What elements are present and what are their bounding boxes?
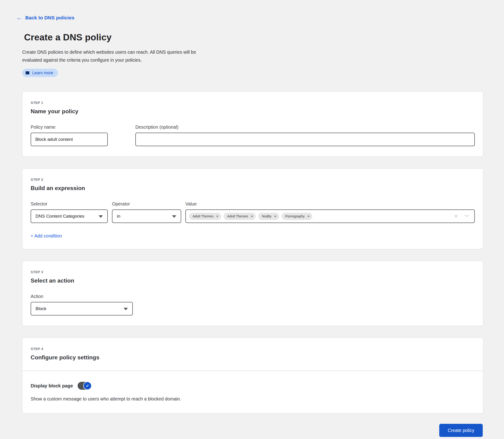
step1-title: Name your policy — [31, 108, 475, 115]
action-field: Action Block — [31, 294, 475, 316]
step3-title: Select an action — [31, 277, 475, 284]
policy-name-input[interactable] — [31, 133, 108, 146]
page-footer: Create policy — [0, 414, 504, 437]
back-link-label: Back to DNS policies — [25, 15, 74, 21]
create-dns-policy-page: ← Back to DNS policies Create a DNS poli… — [0, 0, 504, 439]
tag-item: Pornography ✕ — [282, 213, 312, 220]
add-condition-link[interactable]: + Add condition — [31, 233, 62, 239]
operator-dropdown[interactable]: in — [112, 209, 181, 223]
operator-value: in — [117, 214, 120, 219]
tag-item: Adult Themes ✕ — [189, 213, 221, 220]
display-block-page-label: Display block page — [31, 383, 73, 389]
action-value: Block — [36, 306, 46, 311]
step1-card: STEP 1 Name your policy Policy name Desc… — [22, 92, 483, 157]
value-label: Value — [185, 201, 475, 207]
description-input[interactable] — [135, 133, 475, 146]
description-field: Description (optional) — [135, 124, 475, 146]
remove-tag-icon[interactable]: ✕ — [216, 214, 219, 218]
selector-value: DNS Content Categories — [36, 214, 84, 219]
step2-card: STEP 2 Build an expression Selector DNS … — [22, 168, 483, 249]
back-arrow-icon: ← — [16, 15, 22, 21]
page-description: Create DNS policies to define which webs… — [22, 48, 216, 64]
step4-card: STEP 4 Configure policy settings Display… — [22, 338, 483, 414]
remove-tag-icon[interactable]: ✕ — [307, 214, 310, 218]
tag-label: Nudity — [262, 214, 271, 218]
clear-all-icon[interactable]: ✕ — [454, 214, 458, 219]
display-block-page-toggle[interactable]: ✓ — [78, 382, 91, 390]
caret-down-icon — [124, 308, 128, 310]
remove-tag-icon[interactable]: ✕ — [273, 214, 277, 218]
value-field: Value Adult Themes ✕ Adult Themes ✕ — [185, 201, 475, 223]
learn-more-label: Learn more — [32, 71, 53, 75]
step2-label: STEP 2 — [31, 177, 475, 182]
multiselect-controls: ✕ — [454, 213, 470, 220]
step3-card: STEP 3 Select an action Action Block — [22, 261, 483, 326]
step4-label: STEP 4 — [31, 347, 475, 351]
tag-item: Adult Themes ✕ — [224, 213, 256, 220]
tag-label: Adult Themes — [227, 214, 248, 218]
step3-label: STEP 3 — [31, 270, 475, 274]
tag-label: Adult Themes — [193, 214, 213, 218]
selector-label: Selector — [31, 201, 108, 207]
create-policy-button[interactable]: Create policy — [439, 424, 483, 437]
step4-title: Configure policy settings — [31, 354, 475, 361]
toggle-check-icon: ✓ — [83, 382, 92, 390]
policy-name-label: Policy name — [31, 124, 108, 130]
operator-label: Operator — [112, 201, 181, 207]
action-dropdown[interactable]: Block — [31, 302, 133, 316]
step1-label: STEP 1 — [31, 101, 475, 105]
description-label: Description (optional) — [135, 124, 475, 130]
operator-field: Operator in — [112, 201, 181, 223]
page-title: Create a DNS policy — [24, 32, 504, 42]
action-label: Action — [31, 294, 475, 299]
remove-tag-icon[interactable]: ✕ — [250, 214, 254, 218]
tag-label: Pornography — [285, 214, 305, 218]
selector-field: Selector DNS Content Categories — [31, 201, 108, 223]
step2-title: Build an expression — [31, 185, 475, 192]
policy-name-field: Policy name — [31, 124, 108, 146]
back-link[interactable]: ← Back to DNS policies — [16, 15, 74, 21]
caret-down-icon — [172, 215, 176, 218]
book-icon — [25, 71, 30, 75]
tag-item: Nudity ✕ — [258, 213, 279, 220]
display-block-page-description: Show a custom message to users who attem… — [31, 396, 475, 402]
chevron-down-icon[interactable] — [464, 213, 470, 220]
caret-down-icon — [99, 215, 103, 218]
learn-more-button[interactable]: Learn more — [22, 69, 58, 77]
selector-dropdown[interactable]: DNS Content Categories — [31, 209, 108, 223]
selected-tags: Adult Themes ✕ Adult Themes ✕ Nudity ✕ — [189, 213, 454, 220]
value-multiselect[interactable]: Adult Themes ✕ Adult Themes ✕ Nudity ✕ — [185, 209, 475, 223]
